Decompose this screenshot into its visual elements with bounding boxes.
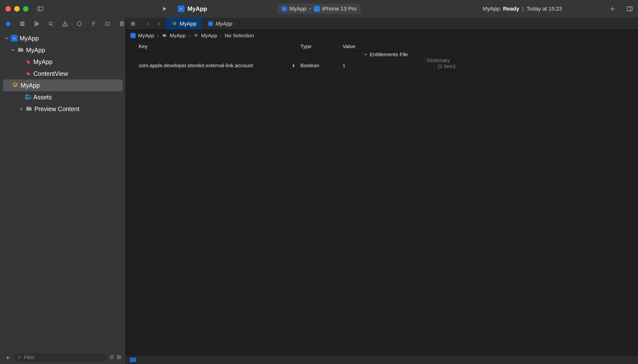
window-close-button[interactable] [6,6,11,12]
window-minimize-button[interactable] [14,6,20,12]
folder-icon [17,46,24,54]
scm-filter-icon[interactable] [116,354,122,361]
editor-footer [126,355,638,364]
tree-file-swift[interactable]: MyApp [0,56,126,68]
chevron-down-icon[interactable] [363,53,368,56]
key-popup-icon[interactable]: ▲▼ [292,64,295,68]
tree-item-label: MyApp [20,35,39,42]
editor-tab-label: MyApp [215,20,232,27]
filter-field[interactable]: Filter [14,354,107,362]
nav-back-icon[interactable] [145,21,152,26]
folder-icon [162,33,167,38]
target-icon [281,6,287,12]
editor-tab-active[interactable]: MyApp [166,18,202,30]
tree-item-label: MyApp [21,82,40,89]
scheme-selector[interactable]: MyApp › iPhone 13 Pro [277,4,361,14]
tree-file-assets[interactable]: Assets [0,91,126,103]
navigator-tabs [0,18,126,30]
svg-rect-14 [131,24,133,25]
chevron-down-icon[interactable] [5,36,9,40]
toggle-navigator-icon[interactable] [35,4,45,14]
chevron-down-icon[interactable] [11,48,15,52]
plist-key: Entitlements File [370,52,408,58]
tree-file-swift[interactable]: ContentView [0,68,126,80]
filter-icon [17,356,22,360]
svg-rect-12 [131,22,133,24]
tree-item-label: ContentView [33,70,68,77]
svg-rect-0 [38,7,43,11]
jumpbar-segment[interactable]: No Selection [225,32,254,38]
breakpoint-navigator-tab[interactable] [104,20,111,28]
device-icon [314,6,320,12]
activity-status: MyApp: Ready | Today at 15:23 [483,6,562,12]
tree-item-label: Assets [33,94,52,101]
svg-rect-1 [627,7,632,11]
tree-item-label: Preview Content [34,106,79,112]
nav-forward-icon[interactable] [155,21,163,26]
project-icon [130,33,136,38]
svg-point-6 [49,22,52,25]
editor-tab-label: MyApp [180,20,196,27]
tree-group-preview-content[interactable]: Preview Content [0,103,126,115]
svg-rect-15 [133,24,135,25]
project-navigator-tab[interactable] [5,20,12,28]
related-items-icon[interactable] [129,21,137,26]
tree-item-label: MyApp [26,46,45,54]
jumpbar-segment[interactable]: MyApp [201,32,217,38]
entitlements-icon [172,21,177,26]
jump-bar[interactable]: MyApp › MyApp › MyApp › No Selection [126,30,638,41]
tree-file-entitlements-selected[interactable]: MyApp [3,80,123,91]
add-file-button[interactable]: ＋ [4,353,12,362]
plist-type[interactable]: Boolean [298,61,339,70]
issue-navigator-tab[interactable] [61,20,69,28]
status-project: MyApp: [483,6,501,12]
window-title-text: MyApp [188,6,207,12]
status-state: Ready [503,6,519,12]
svg-rect-13 [133,22,135,24]
test-navigator-tab[interactable] [76,20,83,28]
project-tree: MyApp MyApp MyApp ContentView [0,30,126,351]
navigator-footer: ＋ Filter [0,351,126,364]
project-icon [11,35,18,42]
recent-filter-icon[interactable] [109,354,114,361]
swift-icon [25,58,32,65]
tree-project-root[interactable]: MyApp [0,32,126,44]
window-title: MyApp [178,6,207,12]
run-button[interactable] [160,4,169,14]
report-navigator-tab[interactable] [118,20,126,28]
chevron-right-icon: › [157,32,159,38]
column-header-value[interactable]: Value [339,41,638,51]
plist-value[interactable]: 1 ▲▼ [339,61,638,70]
column-header-type[interactable]: Type [298,41,339,51]
jumpbar-segment[interactable]: MyApp [138,32,154,38]
source-control-navigator-tab[interactable] [19,20,26,28]
entitlements-icon [193,33,199,38]
find-navigator-tab[interactable] [47,20,55,28]
chevron-right-icon[interactable] [19,107,24,110]
plist-root-row[interactable]: Entitlements File Dictionary (1 item) [126,52,638,61]
plist-value-text: 1 [343,62,345,68]
status-time: Today at 15:23 [527,6,562,12]
window-zoom-button[interactable] [23,6,29,12]
add-button[interactable] [607,4,617,14]
debug-navigator-tab[interactable] [90,20,97,28]
entitlements-icon [12,82,19,89]
symbol-navigator-tab[interactable] [33,20,40,28]
library-button[interactable] [625,4,634,14]
app-icon [178,6,185,12]
plist-child-row[interactable]: com.apple.developer.storekit.external-li… [126,61,638,70]
breakpoint-toggle-icon[interactable] [130,358,136,362]
folder-icon [26,106,33,112]
plist-key[interactable]: com.apple.developer.storekit.external-li… [139,62,253,68]
tree-item-label: MyApp [33,58,53,66]
plist-empty-area [126,70,638,355]
plist-column-headers: Key Type Value [126,41,638,52]
chevron-right-icon: › [220,32,222,38]
tree-group[interactable]: MyApp [0,44,126,56]
scheme-device-label: iPhone 13 Pro [322,6,356,12]
titlebar: MyApp MyApp › iPhone 13 Pro MyApp: Ready… [0,0,638,18]
jumpbar-segment[interactable]: MyApp [170,32,186,38]
editor-tab-secondary[interactable]: MyApp [202,18,238,30]
column-header-key[interactable]: Key [126,41,298,51]
swift-icon [25,70,32,77]
